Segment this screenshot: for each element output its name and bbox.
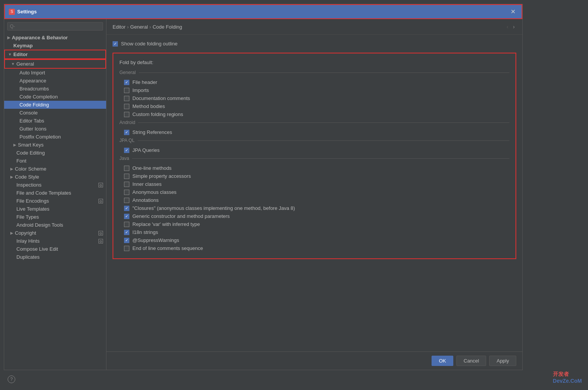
tree: ▶Appearance & BehaviorKeymap▼Editor▼Gene… bbox=[4, 34, 106, 370]
show-outline-label: Show code folding outline bbox=[121, 41, 177, 47]
back-arrow[interactable]: ‹ bbox=[505, 23, 510, 31]
checkbox-3-4[interactable] bbox=[124, 198, 129, 203]
section-line-2 bbox=[138, 140, 509, 141]
sidebar-item-compose-live-edit[interactable]: Compose Live Edit bbox=[4, 245, 106, 253]
checkbox-0-0[interactable] bbox=[124, 80, 129, 85]
sidebar-item-general[interactable]: ▼General bbox=[4, 59, 106, 69]
sidebar-item-gutter-icons[interactable]: Gutter Icons bbox=[4, 125, 106, 133]
sidebar-item-code-completion[interactable]: Code Completion bbox=[4, 93, 106, 101]
section-label-text-0: General bbox=[119, 70, 136, 75]
forward-arrow[interactable]: › bbox=[511, 23, 516, 31]
checkbox-3-6[interactable] bbox=[124, 214, 129, 219]
checkbox-label-3-10: End of line comments sequence bbox=[132, 245, 203, 251]
sidebar-label-smart-keys: Smart Keys bbox=[18, 142, 43, 148]
sidebar-item-console[interactable]: Console bbox=[4, 109, 106, 117]
tree-arrow-smart-keys: ▶ bbox=[13, 143, 16, 147]
checkbox-row-3-1: Simple property accessors bbox=[119, 172, 509, 180]
badge-inspections: ⚙ bbox=[98, 183, 103, 187]
sidebar-item-appearance[interactable]: Appearance bbox=[4, 77, 106, 85]
checkbox-3-5[interactable] bbox=[124, 206, 129, 211]
sidebar-item-color-scheme[interactable]: ▶Color Scheme bbox=[4, 165, 106, 173]
checkbox-0-1[interactable] bbox=[124, 88, 129, 93]
sidebar-item-file-encodings[interactable]: File Encodings⚙ bbox=[4, 197, 106, 205]
ok-button[interactable]: OK bbox=[432, 356, 453, 366]
sidebar-item-appearance-behavior[interactable]: ▶Appearance & Behavior bbox=[4, 34, 106, 42]
checkbox-3-7[interactable] bbox=[124, 222, 129, 227]
sidebar-item-inspections[interactable]: Inspections⚙ bbox=[4, 181, 106, 189]
sidebar-label-auto-import: Auto Import bbox=[19, 70, 45, 76]
checkbox-label-0-4: Custom folding regions bbox=[132, 111, 183, 117]
checkbox-0-3[interactable] bbox=[124, 104, 129, 109]
section-label-3: Java bbox=[119, 156, 509, 161]
sidebar-item-duplicates[interactable]: Duplicates bbox=[4, 253, 106, 261]
bottom-bar: OK Cancel Apply bbox=[106, 351, 522, 370]
badge-copyright: ⚙ bbox=[98, 231, 103, 235]
checkbox-3-10[interactable] bbox=[124, 246, 129, 251]
checkbox-row-0-4: Custom folding regions bbox=[119, 110, 509, 118]
apply-button[interactable]: Apply bbox=[489, 356, 516, 366]
sidebar-item-editor[interactable]: ▼Editor bbox=[4, 50, 106, 59]
sidebar-label-android-design-tools: Android Design Tools bbox=[16, 222, 63, 228]
sidebar-item-font[interactable]: Font bbox=[4, 157, 106, 165]
sidebar-label-keymap: Keymap bbox=[13, 43, 33, 48]
checkbox-label-0-0: File header bbox=[132, 79, 157, 85]
checkbox-3-9[interactable] bbox=[124, 238, 129, 243]
close-button[interactable]: ✕ bbox=[508, 7, 518, 16]
checkbox-label-3-4: Annotations bbox=[132, 197, 159, 203]
search-input[interactable] bbox=[7, 22, 103, 31]
checkbox-row-3-0: One-line methods bbox=[119, 164, 509, 172]
sidebar-item-editor-tabs[interactable]: Editor Tabs bbox=[4, 117, 106, 125]
sidebar-item-code-editing[interactable]: Code Editing bbox=[4, 149, 106, 157]
sidebar-label-color-scheme: Color Scheme bbox=[15, 166, 46, 172]
section-label-text-2: JPA QL bbox=[119, 138, 135, 143]
checkbox-label-3-0: One-line methods bbox=[132, 165, 172, 171]
checkbox-3-2[interactable] bbox=[124, 182, 129, 187]
checkbox-1-0[interactable] bbox=[124, 130, 129, 135]
sidebar-item-smart-keys[interactable]: ▶Smart Keys bbox=[4, 141, 106, 149]
checkbox-3-1[interactable] bbox=[124, 174, 129, 179]
sidebar-label-postfix-completion: Postfix Completion bbox=[19, 134, 61, 140]
help-button[interactable]: ? bbox=[8, 375, 15, 383]
tree-arrow-general: ▼ bbox=[11, 62, 15, 66]
checkbox-label-3-6: Generic constructor and method parameter… bbox=[132, 213, 230, 219]
sidebar-item-file-and-code-templates[interactable]: File and Code Templates bbox=[4, 189, 106, 197]
breadcrumb-general: General bbox=[130, 24, 148, 30]
checkbox-3-3[interactable] bbox=[124, 190, 129, 195]
sidebar-item-file-types[interactable]: File Types bbox=[4, 213, 106, 221]
sidebar-label-general: General bbox=[16, 61, 34, 67]
sidebar-item-code-folding[interactable]: Code Folding bbox=[4, 101, 106, 109]
checkbox-row-0-0: File header bbox=[119, 78, 509, 86]
checkbox-row-3-5: "Closures" (anonymous classes implementi… bbox=[119, 204, 509, 212]
checkbox-label-3-5: "Closures" (anonymous classes implementi… bbox=[132, 205, 295, 211]
checkbox-row-3-3: Anonymous classes bbox=[119, 188, 509, 196]
badge-file-encodings: ⚙ bbox=[98, 199, 103, 203]
checkbox-label-2-0: JPA Queries bbox=[132, 147, 159, 153]
checkbox-row-0-3: Method bodies bbox=[119, 102, 509, 110]
checkbox-row-3-10: End of line comments sequence bbox=[119, 244, 509, 252]
sep1: › bbox=[127, 24, 129, 30]
fold-box-title: Fold by default: bbox=[119, 60, 509, 65]
dialog-title: Settings bbox=[17, 9, 37, 15]
sidebar-item-keymap[interactable]: Keymap bbox=[4, 42, 106, 50]
checkbox-0-4[interactable] bbox=[124, 112, 129, 117]
sidebar-item-postfix-completion[interactable]: Postfix Completion bbox=[4, 133, 106, 141]
checkbox-0-2[interactable] bbox=[124, 96, 129, 101]
sidebar-item-inlay-hints[interactable]: Inlay Hints⚙ bbox=[4, 237, 106, 245]
sidebar-item-breadcrumbs[interactable]: Breadcrumbs bbox=[4, 85, 106, 93]
sidebar-item-code-style[interactable]: ▶Code Style bbox=[4, 173, 106, 181]
sidebar-item-live-templates[interactable]: Live Templates bbox=[4, 205, 106, 213]
checkbox-3-8[interactable] bbox=[124, 230, 129, 235]
cancel-button[interactable]: Cancel bbox=[456, 356, 486, 366]
sidebar-item-android-design-tools[interactable]: Android Design Tools bbox=[4, 221, 106, 229]
show-outline-checkbox[interactable] bbox=[113, 41, 118, 47]
checkbox-row-3-2: Inner classes bbox=[119, 180, 509, 188]
checkbox-3-0[interactable] bbox=[124, 166, 129, 171]
sidebar-label-inlay-hints: Inlay Hints bbox=[16, 238, 40, 244]
sidebar-item-auto-import[interactable]: Auto Import bbox=[4, 69, 106, 77]
checkbox-2-0[interactable] bbox=[124, 148, 129, 153]
checkbox-label-3-8: I18n strings bbox=[132, 229, 158, 235]
sidebar-label-copyright: Copyright bbox=[15, 230, 36, 236]
checkbox-label-3-9: @SuppressWarnings bbox=[132, 237, 179, 243]
section-line-0 bbox=[139, 73, 509, 73]
sidebar-item-copyright[interactable]: ▶Copyright⚙ bbox=[4, 229, 106, 237]
